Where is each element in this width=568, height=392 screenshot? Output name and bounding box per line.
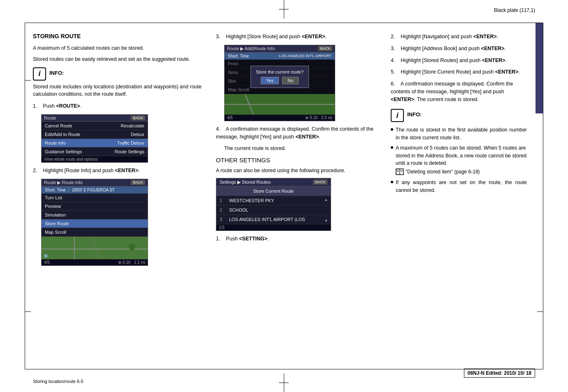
intro-text-2: Stored routes can be easily retrieved an… <box>33 55 202 63</box>
screen2-item-store: Store Route <box>42 219 148 228</box>
settings-footer-page: 1/3 <box>219 225 225 230</box>
left-column: STORING ROUTE A maximum of 5 calculated … <box>33 29 210 363</box>
screen2-map-preview: ⚙️ <box>42 237 148 259</box>
screen3-footer: 4/5 ⊕ 0.10 2.5 mi <box>225 115 335 121</box>
right-step-5-cmd: <ENTER> <box>495 69 519 75</box>
settings-screen: Settings ▶ Stored Routes BACK Store Curr… <box>216 178 331 231</box>
right-step-3: 3. Highlight [Address Book] and push <EN… <box>391 45 527 53</box>
right-step-5: 5. Highlight [Store Current Route] and p… <box>391 68 527 76</box>
right-step-3-text: Highlight [Address Book] and push <box>401 46 481 51</box>
bullet-text-2: A maximum of 5 routes can be stored. Whe… <box>396 145 526 166</box>
screen2-item-preview-label: Preview <box>45 204 61 209</box>
screen1-item-4-value: Route Settings <box>115 149 144 154</box>
header-plate: Black plate (117,1) <box>494 7 535 13</box>
bullet-item-2: A maximum of 5 routes can be stored. Whe… <box>391 144 527 176</box>
screen3-short-time: Short. Time <box>228 54 249 58</box>
right-step-6-cmd: <ENTER> <box>391 97 414 102</box>
other-settings-title: OTHER SETTINGS <box>216 157 380 164</box>
screen3-body: Previ Simu Stor Map Scroll Store the cur… <box>225 60 335 94</box>
screen1-footer-text: View whole route and options <box>44 157 97 161</box>
intro-text-1: A maximum of 5 calculated routes can be … <box>33 44 202 52</box>
step-3-period: . <box>325 34 326 39</box>
right-accent-bar <box>536 23 543 113</box>
right-step-3-num: 3. <box>391 46 395 51</box>
route-name-1: WESTCHESTER PKY <box>229 198 274 203</box>
settings-back: BACK <box>313 180 327 184</box>
step-3: 3. Highlight [Store Route] and push <ENT… <box>216 33 380 41</box>
screen1-footer: View whole route and options <box>42 156 148 162</box>
step-1-period: . <box>80 103 81 109</box>
step-2-num: 2. <box>33 168 37 173</box>
route-item-1: 1 WESTCHESTER PKY <box>216 196 331 205</box>
step-3-cmd: <ENTER> <box>302 34 325 39</box>
screen1-item-2-value: Detour <box>131 132 144 137</box>
info-icon-2: i <box>391 109 404 122</box>
screen2-item-turnlist: Turn List <box>42 194 148 202</box>
route-num-2: 2 <box>220 208 226 212</box>
screen1-item-1: Cancel Route Recalculate <box>42 122 148 130</box>
footer-edit-box: 08NJ-N Edited: 2010/ 10/ 18 <box>464 369 535 378</box>
screen1-item-2-label: Edit/Add to Route <box>45 132 80 137</box>
scroll-down: ▼ <box>325 219 328 223</box>
os-step-1-num: 1. <box>216 236 220 242</box>
screen1-item-3-value: Traffic Detour <box>117 141 144 145</box>
info-label-2: INFO: <box>407 109 422 118</box>
screen1-back: BACK <box>131 115 145 120</box>
step-1-num: 1. <box>33 103 37 109</box>
screen2-item-sim-label: Simulation <box>45 212 66 217</box>
right-step-4: 4. Highlight [Stored Routes] and push <E… <box>391 57 527 65</box>
right-step-2-num: 2. <box>391 34 395 39</box>
page-border-left <box>25 23 25 369</box>
route-name-2: SCHOOL <box>229 208 248 212</box>
content-area: STORING ROUTE A maximum of 5 calculated … <box>33 29 527 363</box>
step-2-text: Highlight [Route Info] and push <box>43 168 115 173</box>
store-dialog-overlay: Store the current route? Yes No <box>225 60 335 94</box>
screen2-item-sim: Simulation <box>42 211 148 219</box>
right-step-5-period: . <box>519 69 520 75</box>
route-num-3: 3 <box>220 217 226 222</box>
other-settings-intro: A route can also be stored using the fol… <box>216 167 380 175</box>
screen1-item-3: Route Info Traffic Detour <box>42 139 148 148</box>
route-menu-screen: Route BACK Cancel Route Recalculate Edit… <box>41 114 148 163</box>
store-current-btn[interactable]: Store Current Route <box>216 187 331 196</box>
route-name-3: LOS ANGELES INT'L AIRPORT (LOS <box>229 217 305 222</box>
dialog-buttons: Yes No <box>256 77 304 84</box>
screen2-nav-dest: 1850! S FIGUEROA ST <box>72 188 115 192</box>
info-box-2: i INFO: <box>391 109 527 122</box>
screen3-dest: LOS ANGELES INT'L AIRPORT <box>279 54 332 58</box>
svg-point-4 <box>129 244 135 250</box>
screen3-title: Route ▶ Add/Route Info <box>227 46 275 51</box>
right-step-6-num: 6. <box>391 81 395 87</box>
right-step-4-cmd: <ENTER> <box>482 58 505 63</box>
right-step-6-suffix: . The current route is stored. <box>414 97 479 102</box>
right-step-4-text: Highlight [Stored Routes] and push <box>401 58 482 63</box>
dialog-yes-btn[interactable]: Yes <box>261 77 279 84</box>
scroll-up: ▲ <box>325 198 328 202</box>
settings-footer: 1/3 <box>216 224 331 231</box>
right-step-6-text: A confirmation message is displayed. Con… <box>391 81 513 95</box>
screen2-footer-page: 4/5 <box>44 260 50 265</box>
screen2-title: Route ▶ Route Info <box>44 180 83 185</box>
screen2-back: BACK <box>131 180 145 185</box>
screen2-icon-row: ⚙️ <box>44 254 48 258</box>
os-step-1-text: Push <box>226 236 239 242</box>
footer-box: 08NJ-N Edited: 2010/ 10/ 18 <box>464 369 535 378</box>
side-mark-left-bottom <box>25 311 31 312</box>
screen1-item-1-value: Recalculate <box>121 123 144 128</box>
screen2-item-mapscroll-label: Map Scroll <box>45 230 66 235</box>
routes-list: 1 WESTCHESTER PKY 2 SCHOOL 3 LOS ANGELES… <box>216 196 331 224</box>
bullet-text-1: The route is stored in the first availab… <box>396 126 527 142</box>
step-2-period: . <box>138 168 139 173</box>
screen2-footer-dist: ⊕ 0.16 1.1 mi <box>118 260 145 265</box>
bullet-dot-3 <box>391 181 393 183</box>
settings-title: Settings ▶ Stored Routes <box>220 180 271 185</box>
screen3-footer-dist: ⊕ 0.10 2.5 mi <box>305 115 332 120</box>
route-info-screen: Route ▶ Route Info BACK Short. Time | 18… <box>41 179 148 266</box>
dialog-no-btn[interactable]: No <box>282 77 299 84</box>
os-step-1-cmd: <SETTING> <box>239 236 267 242</box>
screen2-item-preview: Preview <box>42 202 148 211</box>
bullet-item-1: The route is stored in the first availab… <box>391 126 527 142</box>
side-mark-left-top <box>25 80 31 81</box>
screen3-footer-page: 4/5 <box>227 115 233 120</box>
middle-column: 3. Highlight [Store Route] and push <ENT… <box>210 29 387 363</box>
